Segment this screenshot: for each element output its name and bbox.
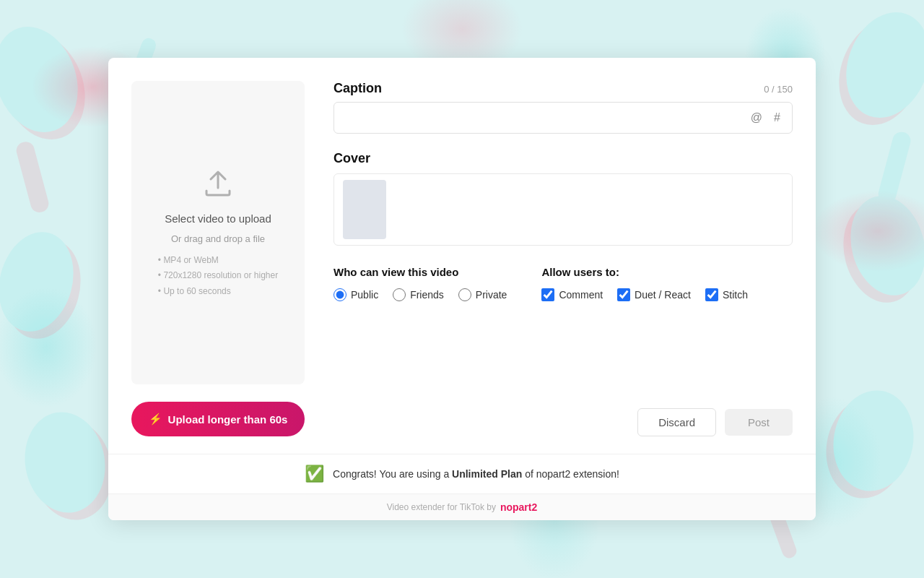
- bottom-banner: ✅ Congrats! You are using a Unlimited Pl…: [108, 454, 816, 493]
- hash-button[interactable]: #: [771, 110, 783, 126]
- char-count: 0 / 150: [764, 84, 793, 95]
- spec-format: MP4 or WebM: [158, 253, 278, 269]
- footer-text: Video extender for TikTok by: [387, 502, 496, 512]
- view-friends-label: Friends: [410, 289, 444, 301]
- allow-label: Allow users to:: [541, 266, 748, 278]
- left-panel: Select video to upload Or drag and drop …: [131, 81, 305, 436]
- footer: Video extender for TikTok by nopart2: [108, 493, 816, 520]
- view-friends-option[interactable]: Friends: [393, 288, 444, 301]
- allow-stitch-checkbox[interactable]: [705, 288, 718, 301]
- upload-longer-label: Upload longer than 60s: [168, 413, 288, 426]
- caption-header: Caption 0 / 150: [334, 81, 793, 96]
- cover-label: Cover: [334, 151, 793, 166]
- allow-comment-option[interactable]: Comment: [541, 288, 603, 301]
- view-label: Who can view this video: [334, 266, 507, 278]
- upload-subtitle: Or drag and drop a file: [171, 233, 265, 244]
- spec-resolution: 720x1280 resolution or higher: [158, 268, 278, 284]
- view-public-label: Public: [351, 289, 378, 301]
- upload-icon: [201, 166, 235, 204]
- badge-icon: ✅: [305, 465, 324, 483]
- discard-button[interactable]: Discard: [637, 408, 716, 436]
- nopart-logo: nopart2: [500, 501, 537, 513]
- view-public-option[interactable]: Public: [334, 288, 378, 301]
- banner-text-bold: Unlimited Plan: [452, 468, 522, 480]
- allow-stitch-label: Stitch: [723, 289, 748, 301]
- lightning-icon: ⚡: [149, 413, 162, 426]
- cover-section: Cover: [334, 151, 793, 246]
- cover-thumbnail: [343, 180, 386, 239]
- allow-stitch-option[interactable]: Stitch: [705, 288, 748, 301]
- upload-longer-button[interactable]: ⚡ Upload longer than 60s: [131, 402, 305, 436]
- banner-text-after: of nopart2 extension!: [522, 468, 619, 480]
- spec-duration: Up to 60 seconds: [158, 284, 278, 300]
- banner-text-before: Congrats! You are using a: [333, 468, 452, 480]
- view-friends-radio[interactable]: [393, 288, 406, 301]
- upload-title: Select video to upload: [165, 212, 271, 225]
- caption-input-row[interactable]: @ #: [334, 102, 793, 134]
- upload-specs: MP4 or WebM 720x1280 resolution or highe…: [147, 253, 289, 300]
- caption-label: Caption: [334, 81, 382, 96]
- allow-duet-checkbox[interactable]: [617, 288, 630, 301]
- main-modal: Select video to upload Or drag and drop …: [108, 58, 816, 520]
- allow-comment-label: Comment: [559, 289, 603, 301]
- allow-permission-group: Allow users to: Comment Duet / React: [541, 266, 748, 301]
- allow-options: Comment Duet / React Stitch: [541, 288, 748, 301]
- view-private-label: Private: [476, 289, 507, 301]
- at-button[interactable]: @: [748, 110, 765, 126]
- view-options: Public Friends Private: [334, 288, 507, 301]
- upload-area[interactable]: Select video to upload Or drag and drop …: [131, 81, 305, 384]
- view-private-option[interactable]: Private: [458, 288, 507, 301]
- cover-strip[interactable]: [334, 173, 793, 246]
- allow-duet-option[interactable]: Duet / React: [617, 288, 691, 301]
- post-button[interactable]: Post: [725, 409, 793, 436]
- view-public-radio[interactable]: [334, 288, 346, 301]
- allow-comment-checkbox[interactable]: [541, 288, 554, 301]
- action-row: Discard Post: [334, 408, 793, 436]
- view-private-radio[interactable]: [458, 288, 471, 301]
- banner-text: Congrats! You are using a Unlimited Plan…: [333, 468, 619, 480]
- right-panel: Caption 0 / 150 @ # Cover: [334, 81, 793, 436]
- allow-duet-label: Duet / React: [635, 289, 691, 301]
- permissions-row: Who can view this video Public Friends: [334, 266, 793, 301]
- caption-input[interactable]: [343, 112, 742, 124]
- view-permission-group: Who can view this video Public Friends: [334, 266, 507, 301]
